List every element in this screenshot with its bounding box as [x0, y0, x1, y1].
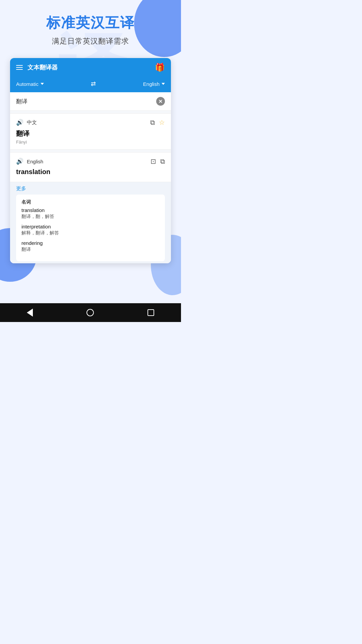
nav-back-button[interactable] — [27, 309, 33, 317]
word-class: 名词 — [21, 199, 160, 205]
english-result-actions: ⊡ ⧉ — [150, 157, 165, 165]
chinese-result-actions: ⧉ ☆ — [150, 118, 165, 126]
app-header-left: 文本翻译器 — [16, 63, 58, 71]
back-icon — [27, 309, 33, 317]
english-copy-icon[interactable]: ⧉ — [160, 158, 165, 165]
app-title: 文本翻译器 — [27, 63, 58, 71]
english-result-text: translation — [16, 168, 165, 176]
source-language-button[interactable]: Automatic — [16, 81, 44, 87]
more-section: 更多 名词 translation 翻译，翻，解答 interpretation… — [10, 182, 171, 263]
target-language-button[interactable]: English — [143, 81, 165, 87]
hamburger-menu-icon[interactable] — [16, 65, 23, 70]
input-area: 翻译 — [10, 92, 171, 111]
chinese-result-header: 🔊 中文 ⧉ ☆ — [16, 118, 165, 126]
app-card: 文本翻译器 🎁 Automatic ⇄ English 翻译 — [10, 58, 171, 263]
english-lang-name: English — [27, 159, 43, 164]
hero-section: 标准英汉互译 满足日常英汉翻译需求 — [0, 0, 181, 53]
chinese-star-icon[interactable]: ☆ — [159, 118, 165, 126]
word-english-1: translation — [21, 207, 160, 213]
word-chinese-3: 翻译 — [21, 247, 160, 253]
target-lang-arrow-icon — [162, 83, 165, 85]
chinese-lang-label: 🔊 中文 — [16, 119, 37, 126]
app-header: 文本翻译器 🎁 — [10, 58, 171, 77]
chinese-result-pinyin: Fānyì — [16, 140, 165, 145]
hero-subtitle: 满足日常英汉翻译需求 — [10, 36, 171, 46]
swap-languages-icon[interactable]: ⇄ — [91, 80, 96, 88]
source-language-label: Automatic — [16, 81, 39, 87]
chinese-result-section: 🔊 中文 ⧉ ☆ 翻译 Fānyì — [10, 113, 171, 150]
recent-icon — [147, 309, 154, 316]
more-label: 更多 — [16, 185, 165, 192]
word-english-3: rendering — [21, 240, 160, 246]
input-text[interactable]: 翻译 — [16, 98, 156, 105]
more-content: 名词 translation 翻译，翻，解答 interpretation 解释… — [16, 195, 165, 261]
gift-icon[interactable]: 🎁 — [155, 63, 165, 72]
chinese-result-text: 翻译 — [16, 129, 165, 138]
main-content: 标准英汉互译 满足日常英汉翻译需求 文本翻译器 🎁 Automatic ⇄ — [0, 0, 181, 322]
chinese-copy-icon[interactable]: ⧉ — [150, 119, 155, 126]
word-entry-1: translation 翻译，翻，解答 — [21, 207, 160, 220]
word-chinese-1: 翻译，翻，解答 — [21, 214, 160, 220]
word-entry-3: rendering 翻译 — [21, 240, 160, 253]
chinese-speaker-icon[interactable]: 🔊 — [16, 119, 23, 126]
english-speaker-icon[interactable]: 🔊 — [16, 158, 23, 165]
hero-title: 标准英汉互译 — [10, 13, 171, 32]
bottom-nav — [0, 303, 181, 322]
english-lang-label: 🔊 English — [16, 158, 43, 165]
english-result-header: 🔊 English ⊡ ⧉ — [16, 157, 165, 165]
word-entry-2: interpretation 解释，翻译，解答 — [21, 224, 160, 236]
english-open-icon[interactable]: ⊡ — [150, 157, 156, 165]
home-icon — [86, 309, 94, 316]
word-chinese-2: 解释，翻译，解答 — [21, 230, 160, 236]
source-lang-arrow-icon — [41, 83, 44, 85]
target-language-label: English — [143, 81, 160, 87]
language-bar: Automatic ⇄ English — [10, 77, 171, 92]
word-english-2: interpretation — [21, 224, 160, 229]
nav-recent-button[interactable] — [147, 309, 154, 316]
clear-button[interactable] — [156, 97, 165, 106]
nav-home-button[interactable] — [86, 309, 94, 316]
chinese-lang-name: 中文 — [27, 119, 37, 126]
english-result-section: 🔊 English ⊡ ⧉ translation — [10, 152, 171, 182]
